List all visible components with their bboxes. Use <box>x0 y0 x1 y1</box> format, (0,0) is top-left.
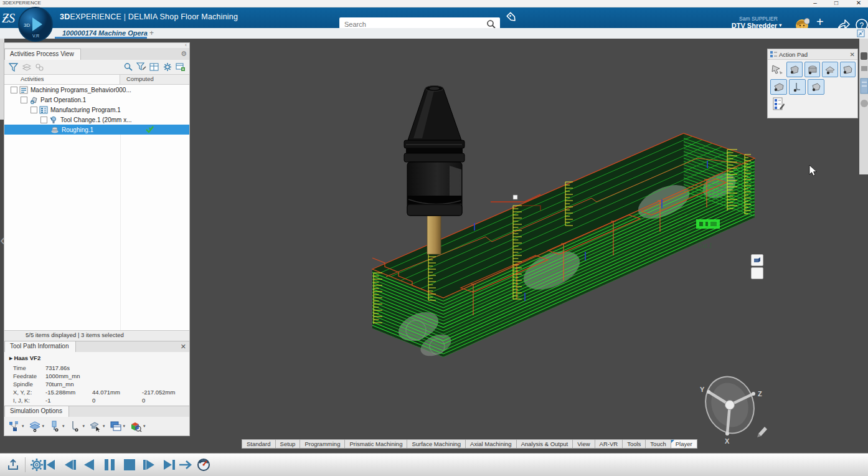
activities-panel-tab[interactable]: Activities Process View <box>4 49 81 60</box>
ribbon-tab-tools[interactable]: Tools <box>623 439 646 449</box>
step-forward-icon[interactable] <box>141 457 158 473</box>
pause-icon[interactable] <box>101 457 118 473</box>
mouse-cursor <box>809 165 816 176</box>
axis-z-label: Z <box>758 390 762 397</box>
tree-item-roughing[interactable]: Roughing.1 <box>4 125 189 135</box>
gear-icon[interactable]: ⚙ <box>181 50 187 58</box>
tree-empty-area <box>4 135 189 330</box>
app-title: 3DEXPERIENCE | DELMIA Shop Floor Machini… <box>60 12 238 21</box>
close-icon[interactable]: ✕ <box>181 343 186 351</box>
computed-check-icon <box>145 125 154 133</box>
close-icon[interactable]: ✕ <box>853 0 864 6</box>
jump-to-end-icon[interactable] <box>178 457 194 473</box>
checkbox[interactable] <box>21 97 27 103</box>
window-layout-icon[interactable]: ▾ <box>110 420 126 432</box>
minimize-icon[interactable]: – <box>809 0 821 6</box>
tool-display-icon[interactable]: ▾ <box>49 420 65 432</box>
tpi-row-xyz: X, Y, Z:-15.288mm 44.071mm-217.052mm <box>4 389 189 397</box>
tool-change-icon <box>49 116 58 124</box>
tree-status-bar: 5/5 items displayed | 3 items selected <box>4 330 189 341</box>
step-backward-icon[interactable] <box>62 457 78 473</box>
filter-icon[interactable] <box>7 62 19 72</box>
export-table-icon[interactable] <box>174 62 186 72</box>
toolpath-info-body: ▸ Haas VF2 Time7317.86s Feedrate1000mm_m… <box>4 352 189 406</box>
window-titlebar: 3DEXPERIENCE – □ ✕ <box>0 0 868 7</box>
column-activities[interactable]: Activities <box>4 75 120 84</box>
machine-part-5-icon[interactable] <box>770 79 787 95</box>
gear-icon[interactable] <box>161 62 173 72</box>
columns-icon[interactable] <box>148 62 160 72</box>
manufacturing-program-icon <box>39 106 48 114</box>
ribbon-tab-analysis-output[interactable]: Analysis & Output <box>517 439 573 449</box>
stock-display-icon[interactable]: ▾ <box>29 420 45 432</box>
axis-x-label: X <box>725 437 730 445</box>
machine-part-3-icon[interactable] <box>822 62 837 77</box>
panel-collapse-strip[interactable]: ‹ <box>4 43 189 48</box>
machine-part-7-icon[interactable] <box>808 79 824 95</box>
current-point-marker <box>513 195 517 199</box>
tag-icon[interactable] <box>504 10 519 25</box>
ribbon-tab-programming[interactable]: Programming <box>300 439 345 449</box>
ribbon-tab-setup[interactable]: Setup <box>276 439 301 449</box>
machine-part-4-icon[interactable] <box>840 62 856 77</box>
search-icon[interactable] <box>122 62 134 72</box>
document-tab[interactable]: 100000174 Machine Opera <box>62 29 148 37</box>
speed-icon[interactable] <box>196 457 212 473</box>
ribbon-tab-standard[interactable]: Standard <box>242 439 276 449</box>
play-backward-icon[interactable] <box>82 457 98 473</box>
go-to-end-icon[interactable] <box>161 457 177 473</box>
ribbon-tab-surface-machining[interactable]: Surface Machining <box>407 439 466 449</box>
tool-holder[interactable] <box>404 86 465 255</box>
activities-toolbar <box>4 60 189 74</box>
ribbon-tab-view[interactable]: View <box>573 439 595 449</box>
machine-name[interactable]: ▸ Haas VF2 <box>9 355 40 361</box>
column-computed[interactable]: Computed <box>120 75 189 84</box>
ribbon-tab-ar-vr[interactable]: AR-VR <box>595 439 623 449</box>
simulation-options-tab[interactable]: Simulation Options <box>4 406 69 417</box>
machine-part-6-icon[interactable] <box>789 79 806 95</box>
close-icon[interactable]: ✕ <box>850 51 855 58</box>
expand-icon[interactable] <box>857 29 866 38</box>
view-compass[interactable]: Y Z X <box>699 371 762 445</box>
ribbon-tab-player[interactable]: Player <box>671 439 697 449</box>
tree-item-tool-change[interactable]: Tool Change.1 (20mm x... <box>4 115 189 125</box>
machine-part-2-icon[interactable] <box>804 62 820 77</box>
tpi-row-feedrate: Feedrate1000mm_mn <box>4 373 189 381</box>
expander-arrow-icon[interactable]: ▸ <box>9 355 12 361</box>
ribbon-tab-axial-machining[interactable]: Axial Machining <box>466 439 517 449</box>
toolpath-replay-icon[interactable]: ▾ <box>8 420 24 432</box>
layers-icon[interactable] <box>21 62 32 72</box>
ribbon-tab-touch[interactable]: Touch <box>646 439 671 449</box>
activities-tree: Machining Programs_Behavior000... Part O… <box>4 85 189 135</box>
filter-edit-icon[interactable] <box>135 62 147 72</box>
add-icon[interactable]: + <box>816 15 824 29</box>
viewport-overlay-button-1[interactable] <box>751 254 763 266</box>
viewport-3d[interactable]: Cut.1 <box>0 39 868 453</box>
compass-logo[interactable]: 3D V.R <box>17 6 54 42</box>
viewport-overlay-button-2[interactable] <box>751 267 763 279</box>
color-analysis-icon[interactable]: ▾ <box>130 420 146 432</box>
new-tab-button[interactable]: + <box>149 29 154 37</box>
maximize-icon[interactable]: □ <box>831 0 842 6</box>
action-pad-header[interactable]: Action Pad ✕ <box>768 49 857 60</box>
group-icon[interactable] <box>34 62 45 72</box>
ribbon-tab-prismatic-machining[interactable]: Prismatic Machining <box>345 439 407 449</box>
checkbox[interactable] <box>31 107 37 113</box>
tree-item-manufacturing-program[interactable]: Manufacturing Program.1 <box>4 105 189 115</box>
machine-part-1-icon[interactable] <box>786 62 802 77</box>
tree-item-machining-programs[interactable]: Machining Programs_Behavior000... <box>4 85 189 95</box>
export-icon[interactable] <box>5 457 21 473</box>
rotate-view-icon[interactable] <box>770 62 785 76</box>
checklist-icon[interactable] <box>770 97 786 111</box>
stop-icon[interactable] <box>121 457 138 473</box>
fixture-display-icon[interactable]: ▾ <box>69 420 85 432</box>
tree-item-part-operation[interactable]: Part Operation.1 <box>4 95 189 105</box>
user-name: Sam SUPPLIER <box>727 16 790 22</box>
tpi-row-time: Time7317.86s <box>4 364 189 373</box>
tree-column-header: Activities Computed <box>4 74 189 85</box>
go-to-start-icon[interactable] <box>41 457 57 473</box>
checkbox[interactable] <box>11 87 17 93</box>
machine-select-icon[interactable]: ▾ <box>89 420 105 432</box>
checkbox[interactable] <box>40 117 47 123</box>
toolpath-info-tab[interactable]: Tool Path Information <box>4 341 76 352</box>
